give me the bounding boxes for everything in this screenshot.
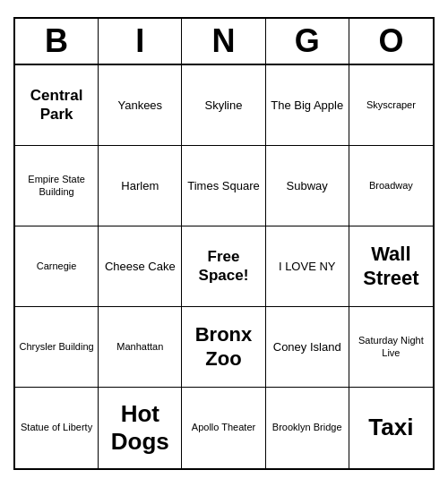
bingo-cell-0: Central Park	[15, 65, 99, 146]
bingo-header: BINGO	[15, 19, 433, 65]
header-letter: N	[182, 19, 265, 64]
bingo-cell-23: Brooklyn Bridge	[266, 388, 349, 468]
header-letter: I	[99, 19, 182, 64]
bingo-cell-11: Cheese Cake	[99, 226, 182, 307]
bingo-cell-24: Taxi	[349, 388, 433, 468]
bingo-cell-2: Skyline	[182, 65, 265, 146]
bingo-cell-6: Harlem	[99, 146, 182, 226]
header-letter: G	[266, 19, 349, 64]
bingo-cell-1: Yankees	[99, 65, 182, 146]
bingo-grid: Central ParkYankeesSkylineThe Big AppleS…	[15, 65, 433, 468]
bingo-cell-19: Saturday Night Live	[349, 307, 433, 388]
bingo-cell-3: The Big Apple	[266, 65, 349, 146]
bingo-cell-18: Coney Island	[266, 307, 349, 388]
header-letter: B	[15, 19, 99, 64]
bingo-card: BINGO Central ParkYankeesSkylineThe Big …	[13, 17, 435, 470]
bingo-cell-12: Free Space!	[182, 226, 265, 307]
bingo-cell-9: Broadway	[349, 146, 433, 226]
bingo-cell-21: Hot Dogs	[99, 388, 182, 468]
bingo-cell-13: I LOVE NY	[266, 226, 349, 307]
bingo-cell-16: Manhattan	[99, 307, 182, 388]
bingo-cell-20: Statue of Liberty	[15, 388, 99, 468]
bingo-cell-14: Wall Street	[349, 226, 433, 307]
bingo-cell-8: Subway	[266, 146, 349, 226]
header-letter: O	[349, 19, 433, 64]
bingo-cell-7: Times Square	[182, 146, 265, 226]
bingo-cell-5: Empire State Building	[15, 146, 99, 226]
bingo-cell-15: Chrysler Building	[15, 307, 99, 388]
bingo-cell-10: Carnegie	[15, 226, 99, 307]
bingo-cell-4: Skyscraper	[349, 65, 433, 146]
bingo-cell-17: Bronx Zoo	[182, 307, 265, 388]
bingo-cell-22: Apollo Theater	[182, 388, 265, 468]
